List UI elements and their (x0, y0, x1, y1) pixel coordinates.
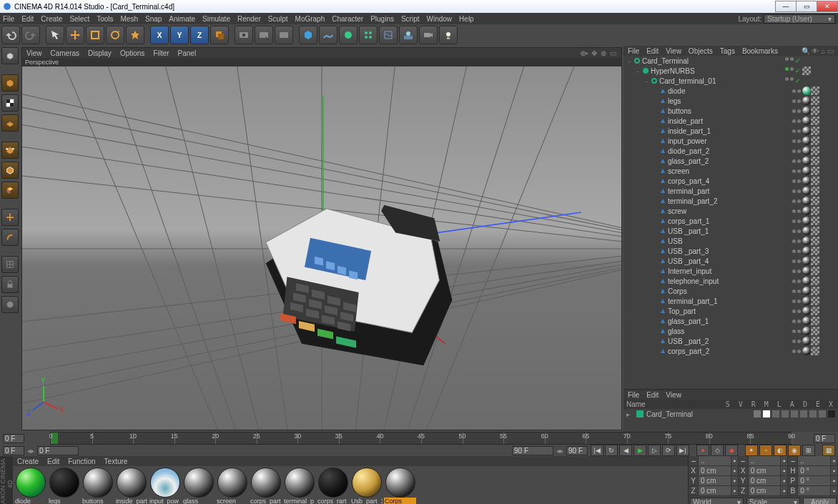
menu-script[interactable]: Script (401, 15, 420, 23)
vmenu-options[interactable]: Options (120, 49, 144, 57)
material-screen[interactable]: screen (216, 468, 248, 504)
texture-mode[interactable] (1, 94, 19, 112)
light-button[interactable] (439, 26, 458, 44)
matmenu-edit[interactable]: Edit (47, 458, 59, 465)
material-diode[interactable]: diode (14, 468, 46, 504)
size-mode-select[interactable]: Scale▾ (746, 498, 800, 505)
pos-key-toggle[interactable]: ✦ (745, 445, 758, 456)
object-row[interactable]: telephone_input (623, 276, 838, 286)
object-row[interactable]: terminal_part_1 (623, 296, 838, 306)
om-search-icon[interactable]: 🔍 👁 ⌂ ▭ (802, 47, 834, 55)
vmenu-view[interactable]: View (26, 49, 42, 57)
spline-primitive[interactable] (319, 26, 337, 44)
keyframe-button[interactable]: ◆ (725, 445, 738, 456)
point-mode[interactable] (1, 142, 19, 159)
object-row[interactable]: -Card_Terminal✓ (623, 56, 838, 66)
close-button[interactable]: ✕ (817, 1, 838, 12)
object-row[interactable]: glass_part_1 (623, 316, 838, 326)
flag-icon[interactable] (754, 410, 761, 417)
layout-selector[interactable]: Startup (User)▾ (764, 14, 835, 24)
omenu-edit[interactable]: Edit (646, 47, 659, 55)
workplane-mode[interactable] (1, 114, 19, 132)
tweak-mode[interactable] (1, 229, 19, 246)
rot-p[interactable]: 0 ° (798, 476, 831, 485)
menu-window[interactable]: Window (427, 15, 453, 23)
locked-toggle[interactable] (1, 276, 19, 293)
play-button[interactable]: ▶ (634, 445, 646, 456)
omenu-view[interactable]: View (666, 47, 681, 55)
vmenu-cameras[interactable]: Cameras (51, 49, 80, 57)
flag-icon[interactable] (791, 410, 798, 417)
material-corps_rart[interactable]: corps_rart (317, 468, 349, 504)
matmenu-create[interactable]: Create (17, 458, 39, 465)
material-terminal_p[interactable]: terminal_p (283, 468, 315, 504)
timeline-range-start[interactable]: 0 F (37, 446, 79, 455)
loop-button[interactable]: ↻ (605, 445, 618, 456)
flag-icon[interactable] (819, 410, 826, 417)
goto-end-button[interactable]: ▶| (676, 445, 689, 456)
menu-help[interactable]: Help (459, 15, 474, 23)
object-row[interactable]: buttons (623, 106, 838, 116)
timeline-layout-button[interactable]: ▦ (822, 445, 835, 456)
object-row[interactable]: glass_part_2 (623, 156, 838, 166)
omenu-objects[interactable]: Objects (689, 47, 713, 55)
last-tool[interactable] (126, 26, 144, 44)
pos-z[interactable]: 0 cm (699, 486, 731, 495)
object-row[interactable]: USB _part_4 (623, 256, 838, 266)
menu-animate[interactable]: Animate (169, 15, 195, 23)
object-row[interactable]: USB (623, 236, 838, 246)
vmenu-filter[interactable]: Filter (153, 49, 169, 57)
object-row[interactable]: glass (623, 326, 838, 336)
amenu-edit[interactable]: Edit (646, 391, 659, 399)
scale-key-toggle[interactable]: ▫ (759, 445, 772, 456)
matmenu-texture[interactable]: Texture (104, 458, 128, 465)
object-row[interactable]: corps_part_1 (623, 216, 838, 226)
material-corps_part[interactable]: corps_part (250, 468, 282, 504)
edge-mode[interactable] (1, 162, 19, 179)
move-tool[interactable] (66, 26, 84, 44)
soft-select[interactable] (1, 296, 19, 313)
z-axis-toggle[interactable]: Z (190, 26, 209, 44)
flag-icon[interactable] (772, 410, 779, 417)
size-z[interactable]: 0 cm (749, 486, 782, 495)
param-key-toggle[interactable]: ◉ (788, 445, 801, 456)
minimize-button[interactable]: — (775, 1, 797, 12)
object-row[interactable]: terminal_part (623, 186, 838, 196)
flag-icon[interactable] (828, 410, 835, 417)
menu-plugins[interactable]: Plugins (370, 15, 394, 23)
object-row[interactable]: Corps (623, 286, 838, 296)
object-tree[interactable]: -Card_Terminal✓-HyperNURBS✓-Card_termina… (623, 56, 838, 389)
pla-key-toggle[interactable]: ⊞ (802, 445, 815, 456)
goto-start-button[interactable]: |◀ (591, 445, 603, 456)
rot-h[interactable]: 0 ° (798, 466, 831, 475)
autokey-button[interactable]: ◇ (711, 445, 724, 456)
maximize-button[interactable]: ▭ (796, 1, 817, 12)
object-row[interactable]: screen (623, 166, 838, 176)
object-row[interactable]: diode_part_2 (623, 146, 838, 156)
render-settings-button[interactable] (255, 26, 273, 44)
omenu-file[interactable]: File (628, 47, 639, 55)
menu-simulate[interactable]: Simulate (202, 15, 230, 23)
object-row[interactable]: corps_part_4 (623, 176, 838, 186)
environment-button[interactable] (399, 26, 418, 44)
object-row[interactable]: USB _part_2 (623, 336, 838, 346)
object-row[interactable]: Internet_input (623, 266, 838, 276)
undo-button[interactable] (1, 26, 20, 44)
material-Usb_part_1[interactable]: Usb_part_1 (350, 468, 383, 504)
goto-key-button[interactable]: ⟳ (662, 445, 675, 456)
vmenu-display[interactable]: Display (88, 49, 112, 57)
object-row[interactable]: input_power (623, 136, 838, 146)
record-button[interactable]: ● (696, 445, 709, 456)
material-Corps[interactable]: Corps (384, 468, 416, 504)
object-row[interactable]: Top_part (623, 306, 838, 316)
size-y[interactable]: 0 cm (749, 476, 782, 485)
attr-object-row[interactable]: ▸ Card_Terminal (623, 409, 838, 419)
object-row[interactable]: screw (623, 206, 838, 216)
menu-sculpt[interactable]: Sculpt (268, 15, 288, 23)
axis-mode[interactable] (1, 209, 19, 226)
object-row[interactable]: corps_part_2 (623, 346, 838, 356)
render-view-button[interactable] (235, 26, 253, 44)
rot-b[interactable]: 0 ° (798, 486, 831, 495)
flag-icon[interactable] (809, 410, 817, 417)
object-row[interactable]: -Card_terminal_01✓ (623, 76, 838, 86)
